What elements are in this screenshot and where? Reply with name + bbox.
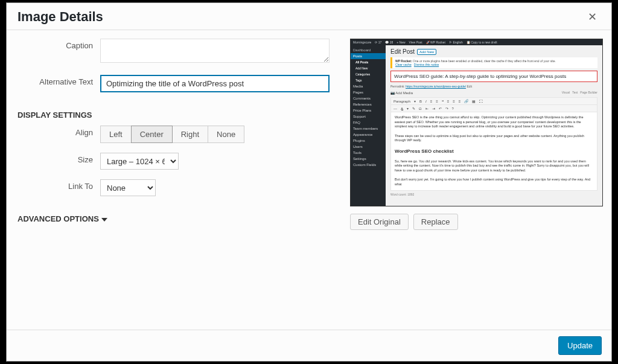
modal-header: Image Details ✕ bbox=[7, 3, 611, 30]
image-preview: Morningscore ⟳ 17 💬 28 + New View Post 🚀… bbox=[350, 39, 603, 206]
align-row: Align Left Center Right None bbox=[7, 126, 333, 143]
linkto-row: Link To None bbox=[7, 179, 333, 196]
close-icon[interactable]: ✕ bbox=[584, 9, 600, 25]
align-label: Align bbox=[7, 126, 100, 137]
modal-footer: Update bbox=[7, 330, 611, 361]
wp-sidebar: Dashboard Posts All Posts Add New Catego… bbox=[351, 45, 386, 206]
caption-row: Caption bbox=[7, 39, 333, 65]
chevron-down-icon bbox=[101, 218, 107, 222]
size-select[interactable]: Large – 1024 × 667 bbox=[100, 153, 179, 170]
edit-original-button[interactable]: Edit Original bbox=[350, 214, 409, 230]
update-button[interactable]: Update bbox=[558, 336, 602, 355]
align-left-button[interactable]: Left bbox=[100, 126, 132, 143]
settings-column: Caption Alternative Text DISPLAY SETTING… bbox=[7, 30, 342, 330]
align-right-button[interactable]: Right bbox=[172, 126, 208, 143]
size-row: Size Large – 1024 × 667 bbox=[7, 153, 333, 170]
linkto-label: Link To bbox=[7, 179, 100, 191]
caption-textarea[interactable] bbox=[100, 39, 330, 63]
modal-body: Caption Alternative Text DISPLAY SETTING… bbox=[7, 30, 611, 330]
alt-text-input[interactable] bbox=[100, 75, 330, 92]
alt-text-row: Alternative Text bbox=[7, 75, 333, 92]
size-label: Size bbox=[7, 153, 100, 164]
align-button-group: Left Center Right None bbox=[100, 126, 244, 143]
display-settings-heading: DISPLAY SETTINGS bbox=[7, 102, 333, 126]
image-details-modal: Image Details ✕ Caption Alternative Text… bbox=[6, 2, 612, 362]
preview-actions: Edit Original Replace bbox=[350, 214, 603, 230]
align-center-button[interactable]: Center bbox=[131, 126, 173, 143]
align-none-button[interactable]: None bbox=[208, 126, 244, 143]
replace-button[interactable]: Replace bbox=[413, 214, 458, 230]
wp-main-content: Edit Post Add New WP Rocket: One or more… bbox=[386, 45, 602, 206]
alt-text-label: Alternative Text bbox=[7, 75, 100, 86]
preview-column: Morningscore ⟳ 17 💬 28 + New View Post 🚀… bbox=[342, 30, 611, 330]
modal-title: Image Details bbox=[18, 9, 103, 25]
advanced-options-toggle[interactable]: ADVANCED OPTIONS bbox=[7, 206, 333, 229]
caption-label: Caption bbox=[7, 39, 100, 50]
wp-admin-bar: Morningscore ⟳ 17 💬 28 + New View Post 🚀… bbox=[351, 39, 602, 45]
linkto-select[interactable]: None bbox=[100, 179, 156, 196]
